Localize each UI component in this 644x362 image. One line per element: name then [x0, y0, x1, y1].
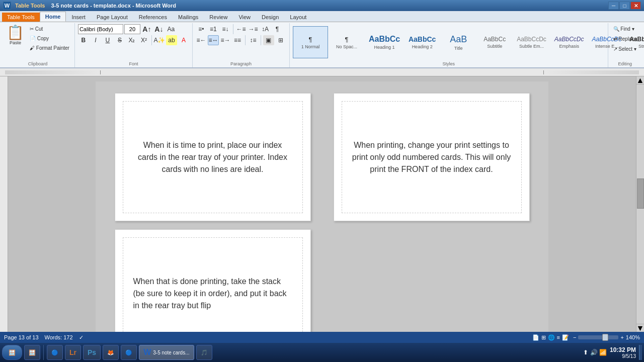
web-layout-button[interactable]: 🌐	[548, 334, 555, 341]
zoom-out-button[interactable]: −	[573, 334, 576, 340]
bullets-button[interactable]: ≡•	[196, 24, 207, 34]
table-tools-tab[interactable]: Table Tools	[2, 13, 40, 22]
index-card-3[interactable]: When that is done printing, take the sta…	[115, 229, 311, 332]
text-effect-button[interactable]: A✨	[154, 35, 165, 45]
doc-scroll[interactable]: When it is time to print, place our inde…	[8, 76, 636, 332]
scroll-up-button[interactable]: ▲	[636, 76, 644, 84]
font-size-input[interactable]	[124, 24, 140, 34]
font-name-input[interactable]	[78, 24, 123, 34]
align-right-button[interactable]: ≡→	[220, 35, 231, 45]
copy-button[interactable]: 📄 Copy	[28, 34, 71, 43]
superscript-button[interactable]: X²	[138, 35, 149, 45]
select-button[interactable]: ↗ Select ▾	[611, 44, 639, 53]
index-card-2[interactable]: When printing, change your print setting…	[334, 93, 530, 221]
taskbar-app-ps[interactable]: Ps	[83, 345, 101, 360]
taskbar-app-ie[interactable]: 🔵	[47, 345, 63, 360]
find-button[interactable]: 🔍 Find ▾	[611, 24, 639, 33]
increase-indent-button[interactable]: →≡	[248, 24, 259, 34]
style-normal[interactable]: ¶ 1 Normal	[293, 26, 328, 58]
decrease-indent-button[interactable]: ←≡	[235, 24, 247, 34]
justify-button[interactable]: ≡≡	[232, 35, 243, 45]
highlight-button[interactable]: ab	[166, 35, 177, 45]
taskbar-windows-icon[interactable]: 🪟	[24, 345, 40, 360]
multilevel-button[interactable]: ≡↓	[220, 24, 231, 34]
tab-references[interactable]: References	[133, 12, 173, 22]
page-13: When it is time to print, place our inde…	[96, 81, 548, 332]
numbering-button[interactable]: ≡1	[208, 24, 219, 34]
style-no-spacing[interactable]: ¶ No Spac...	[329, 26, 364, 58]
clock-date: 9/5/13	[610, 353, 636, 359]
style-heading1-preview: AaBbCc	[369, 35, 400, 44]
clear-format-button[interactable]: Aa	[166, 24, 177, 34]
scroll-down-button[interactable]: ▼	[636, 324, 644, 332]
tab-layout[interactable]: Layout	[284, 12, 312, 22]
font-color-button[interactable]: A	[178, 35, 189, 45]
align-center-button[interactable]: ≡↔	[208, 35, 219, 45]
tab-mailings[interactable]: Mailings	[173, 12, 204, 22]
taskbar-app-vlc[interactable]: 🎵	[196, 345, 212, 360]
subscript-button[interactable]: X₂	[126, 35, 137, 45]
cut-button[interactable]: ✂ Cut	[28, 24, 71, 33]
underline-button[interactable]: U	[102, 35, 113, 45]
font-shrink-button[interactable]: A↓	[153, 24, 165, 34]
style-subtle-em[interactable]: AaBbCcDc Subtle Em...	[513, 26, 550, 58]
tab-insert[interactable]: Insert	[66, 12, 91, 22]
taskbar-app-firefox[interactable]: 🦊	[103, 345, 119, 360]
border-button[interactable]: ⊞	[275, 35, 286, 45]
replace-button[interactable]: ⇄ Replace	[611, 34, 639, 43]
paste-button[interactable]: 📋 Paste	[4, 24, 27, 47]
clock: 10:32 PM 9/5/13	[610, 346, 636, 359]
format-painter-button[interactable]: 🖌 Format Painter	[28, 43, 71, 52]
show-desktop-button[interactable]	[639, 345, 642, 360]
chrome-icon: 🔵	[125, 349, 132, 356]
minimize-button[interactable]: ─	[608, 2, 619, 10]
full-screen-button[interactable]: ⊞	[541, 334, 546, 341]
page-cell-2: When printing, change your print setting…	[322, 89, 541, 225]
tab-page-layout[interactable]: Page Layout	[91, 12, 133, 22]
style-title[interactable]: AaB Title	[441, 26, 476, 58]
window-controls[interactable]: ─ □ ✕	[608, 2, 641, 10]
style-emphasis[interactable]: AaBbCcDc Emphasis	[551, 26, 588, 58]
style-subtitle-label: Subtitle	[487, 44, 502, 49]
sort-button[interactable]: ↕A	[260, 24, 271, 34]
taskbar-sep1	[43, 345, 44, 360]
draft-button[interactable]: 📝	[562, 334, 569, 341]
start-button[interactable]: 🪟	[2, 345, 22, 360]
line-spacing-button[interactable]: ↕≡	[248, 35, 259, 45]
style-subtitle[interactable]: AaBbCc Subtitle	[477, 26, 512, 58]
tab-design[interactable]: Design	[256, 12, 284, 22]
outline-button[interactable]: ≡	[557, 334, 560, 341]
taskbar-app-chrome[interactable]: 🔵	[121, 345, 137, 360]
maximize-button[interactable]: □	[619, 2, 630, 10]
vertical-scrollbar[interactable]: ▲ ▼	[636, 76, 644, 332]
bold-button[interactable]: B	[78, 35, 89, 45]
zoom-thumb[interactable]	[602, 334, 608, 341]
show-marks-button[interactable]: ¶	[272, 24, 283, 34]
ps-icon: Ps	[88, 348, 96, 356]
card-inner-3: When that is done printing, take the sta…	[123, 237, 303, 332]
style-heading1[interactable]: AaBbCc Heading 1	[365, 26, 404, 58]
close-button[interactable]: ✕	[630, 2, 641, 10]
align-left-button[interactable]: ≡←	[196, 35, 207, 45]
tab-home[interactable]: Home	[40, 12, 66, 22]
style-emphasis-label: Emphasis	[559, 44, 579, 49]
card-inner-2: When printing, change your print setting…	[342, 101, 522, 213]
index-card-1[interactable]: When it is time to print, place our inde…	[115, 93, 311, 221]
tab-view[interactable]: View	[233, 12, 256, 22]
italic-button[interactable]: I	[90, 35, 101, 45]
strikethrough-button[interactable]: S	[114, 35, 125, 45]
tab-review[interactable]: Review	[204, 12, 233, 22]
clipboard-sub: ✂ Cut 📄 Copy 🖌 Format Painter	[28, 24, 71, 52]
zoom-in-button[interactable]: +	[620, 334, 623, 340]
card-text-1: When it is time to print, place our inde…	[123, 134, 302, 180]
zoom-slider[interactable]	[578, 335, 618, 339]
style-heading1-label: Heading 1	[374, 45, 395, 50]
font-grow-button[interactable]: A↑	[141, 24, 152, 34]
clipboard-group: 📋 Paste ✂ Cut 📄 Copy 🖌 Format Painter Cl…	[2, 23, 75, 67]
style-heading2[interactable]: AaBbCc Heading 2	[405, 26, 440, 58]
taskbar-app-lightroom[interactable]: Lr	[65, 345, 81, 360]
print-layout-button[interactable]: 📄	[532, 334, 539, 341]
scrollbar-thumb[interactable]	[637, 178, 644, 209]
taskbar-app-word[interactable]: W 3-5 note cards...	[139, 345, 194, 360]
shading-button[interactable]: ▣	[263, 35, 274, 45]
